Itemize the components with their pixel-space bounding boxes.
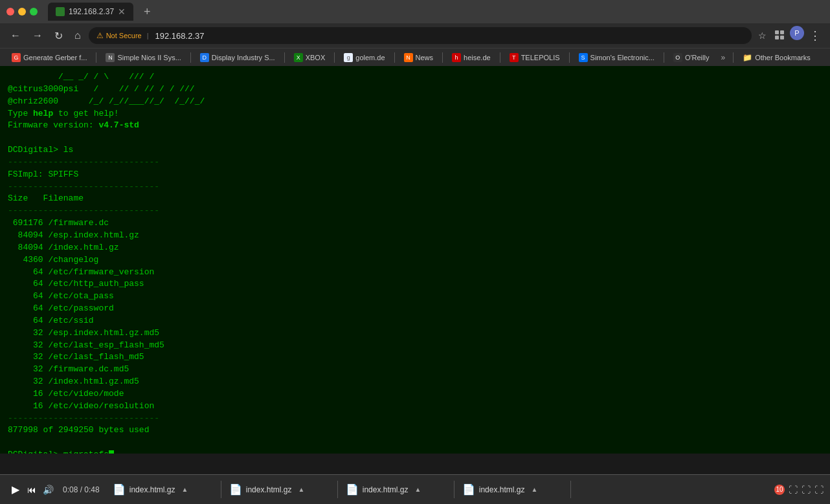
download-item-3[interactable]: 📄 index.html.gz ▲ — [338, 481, 454, 498]
minimize-button[interactable] — [18, 8, 26, 16]
file-ota-pass: 64 /etc/ota_pass — [8, 290, 822, 303]
close-button[interactable] — [6, 8, 14, 16]
profile-button[interactable]: P — [790, 26, 804, 40]
url-bar[interactable]: ⚠ Not Secure | 192.168.2.37 — [89, 27, 752, 44]
bookmark-separator-2 — [190, 52, 191, 63]
fullscreen-button[interactable]: ⛶ — [814, 485, 824, 495]
bookmark-separator-5 — [394, 52, 395, 63]
bookmark-star-button[interactable]: ☆ — [756, 26, 769, 45]
back-button[interactable]: ← — [6, 27, 25, 44]
bookmark-item-telepolis[interactable]: T TELEPOLIS — [504, 52, 565, 63]
bookmark-favicon-nios: N — [106, 53, 115, 62]
security-badge: ⚠ Not Secure | — [96, 31, 151, 40]
prompt-migratefs: DCDigital> migratefs — [8, 449, 822, 454]
bookmark-item-golem[interactable]: g golem.de — [339, 52, 390, 63]
terminal-window: /__ _/ / \ /// / @citrus3000psi / // / /… — [0, 66, 830, 454]
separator-4: ------------------------------ — [8, 413, 822, 425]
bookmark-item-nios[interactable]: N Simple Nios II Sys... — [100, 52, 186, 63]
separator-3: ------------------------------ — [8, 205, 822, 217]
file-index-md5: 32 /index.html.gz.md5 — [8, 376, 822, 388]
nav-actions: ☆ P ⋮ — [756, 26, 824, 45]
download-file-icon-1: 📄 — [113, 483, 126, 496]
bookmark-item-simons[interactable]: S Simon's Electronic... — [574, 52, 660, 63]
bookmark-item-news[interactable]: N News — [399, 52, 439, 63]
new-tab-button[interactable]: + — [139, 5, 156, 19]
media-prev-button[interactable]: ⏮ — [25, 485, 39, 495]
bookmark-item-other[interactable]: 📁 Other Bookmarks — [737, 52, 816, 63]
bookmarks-more-button[interactable]: » — [717, 53, 729, 62]
bytes-used: 877998 of 2949250 bytes used — [8, 424, 822, 437]
media-play-button[interactable]: ▶ — [6, 483, 25, 496]
bookmark-separator-3 — [284, 52, 285, 63]
firmware-line: Firmware version: v4.7-std — [8, 120, 822, 132]
download-chevron-2: ▲ — [298, 486, 304, 493]
download-item-2[interactable]: 📄 index.html.gz ▲ — [221, 481, 338, 498]
download-item-1[interactable]: 📄 index.html.gz ▲ — [105, 481, 221, 498]
ascii-art-1: /__ _/ / \ /// / — [8, 71, 822, 83]
download-file-icon-2: 📄 — [229, 483, 242, 496]
bookmark-favicon-xbox: X — [294, 53, 303, 62]
menu-button[interactable]: ⋮ — [807, 26, 824, 45]
extensions-button[interactable] — [772, 26, 787, 45]
separator-2: ------------------------------ — [8, 181, 822, 193]
refresh-button[interactable]: ↻ — [50, 27, 67, 45]
ascii-art-3: @chriz2600 /_/ /_//___//_/ /_//_/ — [8, 96, 822, 108]
extensions-icon — [774, 30, 785, 40]
download-items: 📄 index.html.gz ▲ 📄 index.html.gz ▲ 📄 in… — [105, 481, 774, 498]
bookmark-item-heise[interactable]: h heise.de — [447, 52, 496, 63]
download-file-icon-3: 📄 — [346, 483, 359, 496]
file-firmware: 691176 /firmware.dc — [8, 217, 822, 230]
bookmark-label: Generate Gerber f... — [23, 54, 87, 61]
home-button[interactable]: ⌂ — [71, 27, 85, 44]
ascii-art-2: @citrus3000psi / // / // / / /// — [8, 83, 822, 96]
bookmark-separator-8 — [569, 52, 570, 63]
file-video-resolution: 16 /etc/video/resolution — [8, 400, 822, 413]
bookmark-item-xbox[interactable]: X XBOX — [289, 52, 331, 63]
file-last-flash: 32 /etc/last_flash_md5 — [8, 351, 822, 364]
tab-favicon — [56, 7, 65, 16]
bookmark-label: TELEPOLIS — [521, 54, 560, 61]
file-http-auth: 64 /etc/http_auth_pass — [8, 278, 822, 290]
maximize-button[interactable] — [30, 8, 38, 16]
bookmark-label: Simon's Electronic... — [590, 54, 655, 61]
file-esp-index: 84094 /esp.index.html.gz — [8, 230, 822, 242]
svg-rect-1 — [780, 30, 784, 34]
tab-close-icon[interactable]: ✕ — [118, 6, 126, 17]
traffic-lights — [6, 8, 38, 16]
cursor — [109, 450, 114, 454]
bookmark-separator-4 — [334, 52, 335, 63]
blank-line-2 — [8, 437, 822, 449]
file-password: 64 /etc/password — [8, 303, 822, 315]
firmware-version: v4.7-std — [98, 120, 139, 130]
bookmark-item-oreilly[interactable]: O O'Reilly — [668, 52, 715, 63]
bookmark-separator-7 — [500, 52, 500, 63]
forward-button[interactable]: → — [28, 27, 47, 44]
media-volume-button[interactable]: 🔊 — [39, 485, 58, 495]
bookmark-favicon-golem: g — [344, 53, 353, 62]
screen-button-1[interactable]: ⛶ — [789, 485, 798, 495]
bookmark-item-generate-gerber[interactable]: G Generate Gerber f... — [6, 52, 92, 63]
bookmark-favicon-heise: h — [452, 53, 461, 62]
bookmark-separator-6 — [442, 52, 443, 63]
bookmark-favicon-display: D — [200, 53, 209, 62]
help-bold: help — [33, 109, 53, 118]
help-line: Type help to get help! — [8, 108, 822, 120]
file-last-esp-flash: 32 /etc/last_esp_flash_md5 — [8, 340, 822, 352]
url-separator: | — [147, 32, 149, 39]
bookmark-label: XBOX — [306, 54, 326, 61]
fs-impl: FSImpl: SPIFFS — [8, 169, 822, 181]
download-right-actions: 10 ⛶ ⛶ ⛶ — [774, 485, 824, 495]
bookmark-separator — [96, 52, 96, 63]
notification-badge: 10 — [774, 485, 785, 495]
bookmark-item-display-industry[interactable]: D Display Industry S... — [195, 52, 280, 63]
download-bar: ▶ ⏮ 🔊 0:08 / 0:48 📄 index.html.gz ▲ 📄 in… — [0, 474, 830, 504]
file-firmware-md5: 32 /firmware.dc.md5 — [8, 364, 822, 376]
download-item-4[interactable]: 📄 index.html.gz ▲ — [454, 481, 571, 498]
download-filename-3: index.html.gz — [363, 485, 409, 494]
browser-tab[interactable]: 192.168.2.37 ✕ — [48, 3, 133, 21]
bookmark-label: golem.de — [355, 54, 385, 61]
bookmarks-bar: G Generate Gerber f... N Simple Nios II … — [0, 48, 830, 66]
download-filename-4: index.html.gz — [479, 485, 525, 494]
bookmark-favicon-telepolis: T — [510, 53, 519, 62]
screen-button-2[interactable]: ⛶ — [802, 485, 811, 495]
